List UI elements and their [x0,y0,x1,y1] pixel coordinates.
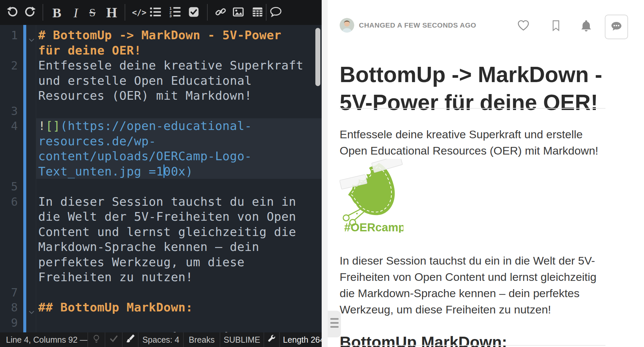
line-number: 10 [0,330,18,332]
code-button[interactable]: </> [131,5,147,21]
editor-line[interactable]: ## BottomUp MarkDown: [38,300,193,315]
text-cursor [163,165,164,178]
theme-brush-button[interactable] [123,332,139,347]
lightbulb-status-button[interactable] [88,332,105,347]
notifications-button[interactable] [580,19,593,34]
bookmark-button[interactable] [550,19,562,33]
comments-panel-button[interactable] [605,15,628,39]
line-number: 4 [0,118,18,134]
line-number: 3 [0,103,18,119]
image-brackets: [] [46,119,60,133]
editor-line[interactable]: Content und lernst gleichzeitig die [38,224,296,240]
image-button[interactable] [230,5,246,21]
editor-line[interactable]: Entfessele deine kreative Superkraft [38,58,303,73]
heading-button[interactable]: H [104,5,120,21]
bell-icon [580,28,593,34]
numbered-list-icon: 123 [169,6,181,19]
paintbrush-icon [125,334,135,346]
keymap-setting[interactable]: SUBLIME [220,332,264,347]
redo-icon [25,6,36,19]
breaks-setting[interactable]: Breaks [184,332,220,347]
line-number: 5 [0,179,18,194]
editor-line[interactable]: für deine OER! [38,43,141,58]
line-number: 9 [0,315,18,330]
editor-line[interactable]: ![](https://open-educational- [38,118,252,134]
toolbar-separator [125,4,125,21]
table-button[interactable] [250,5,266,21]
spellcheck-status-button[interactable] [105,332,123,347]
editor-line[interactable]: Freiheiten zu nutzen! [38,270,193,285]
app-window: B I S H </> 123 1 2 [0,0,644,347]
image-url: Text_unten.jpg =1 [38,165,163,178]
check-square-icon [188,6,199,19]
link-button[interactable] [213,5,229,21]
numbered-list-button[interactable]: 123 [167,5,183,21]
fold-chevron-icon[interactable] [28,32,35,47]
preview-paragraph-2: In dieser Session tauchst du ein in die … [340,253,596,318]
svg-text:3: 3 [169,14,172,18]
editor-status-bar: Line 4, Columns 92 — 21 Spaces: 4 Breaks… [0,332,322,347]
check-icon [109,334,118,345]
preview-paragraph-1: Entfessele deine kreative Superkraft und… [340,126,598,159]
pane-divider[interactable] [322,0,328,347]
fold-chevron-icon[interactable] [28,304,35,319]
undo-icon [7,6,18,19]
editor-line[interactable]: und erstelle Open Educational [38,73,252,88]
image-url: (https://open-educational- [60,119,252,133]
oercamp-logo-image: #OERcamp [340,159,403,234]
editor-line[interactable]: Resources (OER) mit Markdown! [38,88,252,103]
editor-line[interactable]: Text_unten.jpg =100x) [38,164,193,179]
preferences-button[interactable] [264,332,280,347]
bold-button[interactable]: B [49,5,65,21]
editor-line[interactable]: Markdown-Sprache kennen – dein [38,239,259,255]
editor-line[interactable]: **Verwahren & Vervielfältigen** [38,330,267,332]
redo-button[interactable] [22,5,38,21]
check-list-button[interactable] [186,5,202,21]
editor-line[interactable]: In dieser Session tauchst du ein in [38,194,296,209]
editor-line[interactable]: # BottomUp -> MarkDown - 5V-Power [38,28,281,43]
markdown-editor[interactable]: 1 2 3 4 5 6 7 8 9 10 # BottomUp -> MarkD… [0,25,322,332]
change-indicator-bar [23,25,26,332]
italic-button[interactable]: I [68,5,84,21]
undo-button[interactable] [4,5,20,21]
bullet-list-icon [150,6,161,19]
preview-pane: CHANGED A FEW SECONDS AGO BottomUp -> Ma… [328,0,644,347]
lightbulb-icon [92,334,101,345]
image-bang: ! [38,119,46,133]
toolbar-separator [207,4,208,21]
pane-resize-handle[interactable] [328,311,341,337]
toolbar-separator [266,4,267,21]
logo-hashtag-text: #OERcamp [344,221,403,233]
heart-icon [517,27,530,33]
line-number: 7 [0,285,18,300]
editor-scrollbar-thumb[interactable] [315,28,320,86]
strikethrough-button[interactable]: S [84,5,100,21]
gutter-border [36,25,36,332]
avatar[interactable] [340,18,354,33]
editor-line[interactable]: resources.de/wp- [38,134,156,149]
comment-button[interactable] [268,5,284,21]
image-icon [233,6,244,19]
toolbar-separator [43,4,43,21]
like-button[interactable] [517,19,530,33]
editor-line[interactable]: die Welt der 5V-Freiheiten von Open [38,209,296,224]
wrench-icon [268,334,276,345]
bullet-list-button[interactable] [148,5,163,21]
horizontal-rule [340,108,605,109]
last-changed-label: CHANGED A FEW SECONDS AGO [359,21,476,29]
bookmark-icon [550,27,562,33]
comment-icon [270,6,282,19]
spaces-setting[interactable]: Spaces: 4 [139,332,184,347]
cursor-position-status: Line 4, Columns 92 — 21 [0,332,88,347]
image-url: 00x) [163,165,193,178]
line-number: 8 [0,300,18,315]
line-number: 2 [0,58,18,73]
line-number: 1 [0,28,18,43]
editor-toolbar: B I S H </> 123 [0,0,322,25]
comment-filled-icon [610,20,623,34]
horizontal-rule [340,345,605,346]
link-icon [215,6,226,19]
line-number: 6 [0,194,18,209]
editor-line[interactable]: content/uploads/OERCamp-Logo- [38,149,252,164]
editor-line[interactable]: perfektes Werkzeug, um diese [38,255,245,270]
